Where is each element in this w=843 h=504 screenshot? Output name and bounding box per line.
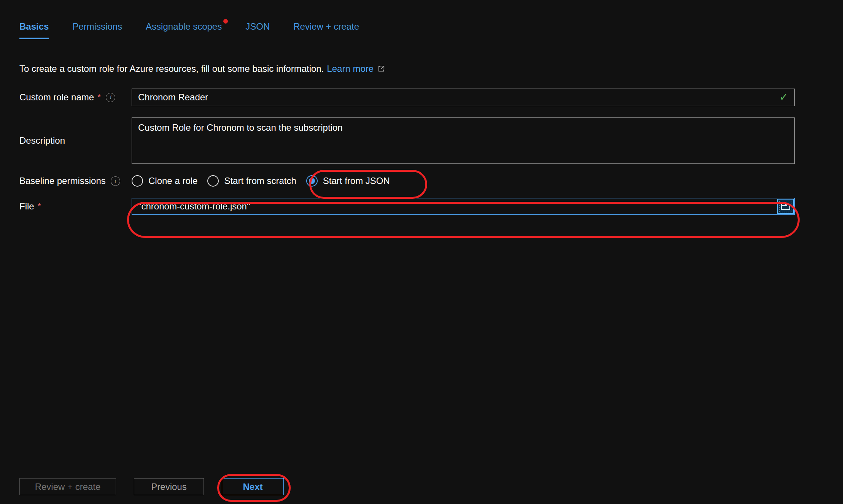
radio-clone-a-role-label: Clone a role [148,176,197,186]
description-textarea[interactable]: Custom Role for Chronom to scan the subs… [132,117,795,164]
radio-option-start-from-json[interactable]: Start from JSON [306,175,390,187]
radio-option-start-from-scratch[interactable]: Start from scratch [207,175,296,187]
baseline-permissions-row: Baseline permissions Clone a role Start … [19,175,843,187]
file-field [132,198,795,215]
file-label-text: File [19,201,34,212]
info-icon[interactable] [106,93,115,102]
previous-button[interactable]: Previous [134,478,204,495]
baseline-permissions-label-text: Baseline permissions [19,176,106,186]
radio-start-from-json-label: Start from JSON [323,176,390,186]
review-create-button[interactable]: Review + create [19,478,116,495]
radio-start-from-scratch-icon [207,175,219,187]
baseline-permissions-label: Baseline permissions [19,176,132,186]
required-asterisk: * [97,92,101,103]
tab-json[interactable]: JSON [245,21,270,39]
wizard-footer: Review + create Previous Next [19,478,284,495]
browse-file-button[interactable] [777,199,794,214]
custom-role-name-label: Custom role name * [19,92,132,103]
description-label: Description [19,135,132,146]
info-icon[interactable] [111,176,120,186]
external-link-icon [377,65,385,73]
basics-form: Custom role name * ✓ Description Custom … [19,89,843,215]
tab-review-create[interactable]: Review + create [293,21,359,39]
radio-option-clone-a-role[interactable]: Clone a role [132,175,197,187]
custom-role-name-row: Custom role name * ✓ [19,89,843,106]
custom-role-name-input[interactable] [132,89,779,106]
radio-clone-a-role-icon [132,175,143,187]
required-asterisk: * [38,201,41,212]
baseline-permissions-radio-group: Clone a role Start from scratch Start fr… [132,175,390,187]
intro-text: To create a custom role for Azure resour… [19,63,843,74]
custom-role-name-label-text: Custom role name [19,92,94,103]
file-label: File * [19,201,132,212]
tab-permissions[interactable]: Permissions [72,21,122,39]
description-label-text: Description [19,135,65,146]
folder-browse-icon [781,203,791,210]
file-input[interactable] [132,198,777,214]
radio-start-from-json-icon [306,175,318,187]
tab-assignable-scopes[interactable]: Assignable scopes [146,21,222,39]
tab-basics[interactable]: Basics [19,21,49,39]
custom-role-name-field: ✓ [132,89,795,106]
tab-bar: Basics Permissions Assignable scopes JSO… [0,0,843,39]
learn-more-link[interactable]: Learn more [327,63,374,74]
tab-assignable-scopes-label: Assignable scopes [146,21,222,32]
create-custom-role-page: Basics Permissions Assignable scopes JSO… [0,0,843,504]
radio-start-from-scratch-label: Start from scratch [224,176,296,186]
valid-check-icon: ✓ [779,92,788,103]
unsaved-changes-dot [223,19,228,24]
file-row: File * [19,198,843,215]
next-button[interactable]: Next [222,478,284,495]
description-row: Description Custom Role for Chronom to s… [19,117,843,164]
intro-sentence: To create a custom role for Azure resour… [19,63,324,74]
